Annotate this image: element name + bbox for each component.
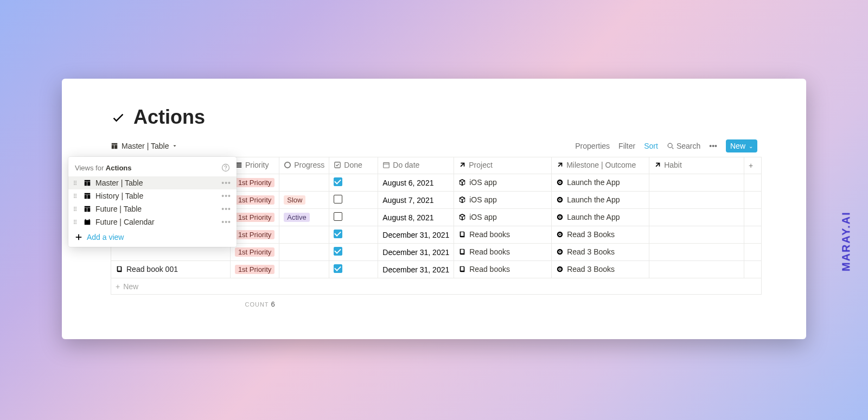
table-icon (84, 192, 91, 200)
project-cell[interactable]: Read books (454, 244, 552, 261)
view-option[interactable]: Master | Table ••• (68, 176, 237, 189)
table-row[interactable]: Read book 0011st PriorityDecember 31, 20… (111, 261, 762, 278)
drag-handle-icon[interactable] (74, 194, 79, 198)
relation-icon (654, 161, 661, 169)
view-more-button[interactable]: ••• (221, 179, 231, 187)
priority-tag: 1st Priority (235, 230, 275, 239)
check-icon (111, 110, 126, 125)
milestone-cell[interactable]: Read 3 Books (552, 244, 649, 261)
project-cell[interactable]: iOS app (454, 174, 552, 192)
chevron-down-icon (172, 143, 177, 149)
priority-tag: 1st Priority (235, 178, 275, 187)
do-date-cell[interactable]: August 6, 2021 (378, 174, 454, 192)
help-icon[interactable] (221, 163, 230, 172)
target-icon (556, 265, 564, 273)
table-icon (84, 179, 91, 187)
search-button[interactable]: Search (667, 142, 700, 150)
relation-icon (458, 161, 466, 169)
book-icon (458, 231, 466, 238)
sort-button[interactable]: Sort (644, 142, 658, 150)
project-cell[interactable]: Read books (454, 226, 552, 244)
milestone-cell[interactable]: Launch the App (552, 209, 649, 226)
view-option[interactable]: History | Table ••• (68, 189, 237, 202)
done-checkbox[interactable] (334, 195, 342, 203)
habit-cell[interactable] (649, 209, 744, 226)
done-checkbox[interactable] (334, 177, 342, 186)
view-option[interactable]: Future | Calendar ••• (68, 215, 237, 228)
view-selector-label: Master | Table (122, 142, 169, 150)
milestone-cell[interactable]: Launch the App (552, 174, 649, 192)
done-checkbox[interactable] (334, 247, 342, 256)
views-dropdown: Views for Actions Master | Table ••• His… (68, 157, 237, 247)
do-date-cell[interactable]: August 8, 2021 (378, 209, 454, 226)
habit-cell[interactable] (649, 244, 744, 261)
view-more-button[interactable]: ••• (221, 192, 231, 200)
add-view-button[interactable]: Add a view (68, 228, 237, 243)
drag-handle-icon[interactable] (74, 220, 79, 224)
plus-icon (75, 233, 82, 241)
watermark: MARAY.AI (840, 211, 853, 271)
view-selector[interactable]: Master | Table (111, 142, 177, 150)
do-date-cell[interactable]: December 31, 2021 (378, 261, 454, 278)
cube-icon (458, 196, 466, 203)
project-cell[interactable]: iOS app (454, 192, 552, 209)
target-icon (556, 196, 564, 203)
search-icon (667, 142, 674, 150)
checkbox-icon (334, 161, 341, 169)
progress-tag: Active (284, 213, 309, 222)
view-option[interactable]: Future | Table ••• (68, 202, 237, 215)
view-more-button[interactable]: ••• (221, 205, 231, 213)
habit-cell[interactable] (649, 174, 744, 192)
done-checkbox[interactable] (334, 230, 342, 238)
book-icon (458, 265, 466, 273)
cube-icon (458, 213, 466, 221)
more-button[interactable]: ••• (709, 142, 717, 150)
do-date-cell[interactable]: December 31, 2021 (378, 226, 454, 244)
app-window: Actions Master | Table Properties Filter… (62, 79, 806, 339)
properties-button[interactable]: Properties (575, 142, 610, 150)
priority-tag: 1st Priority (235, 247, 275, 257)
project-cell[interactable]: Read books (454, 261, 552, 278)
milestone-cell[interactable]: Launch the App (552, 192, 649, 209)
cube-icon (458, 179, 466, 186)
calendar-icon (382, 161, 390, 169)
add-column-button[interactable]: + (744, 157, 761, 174)
target-icon (556, 179, 564, 186)
status-icon (284, 161, 291, 169)
drag-handle-icon[interactable] (74, 181, 79, 185)
calendar-icon (84, 218, 91, 226)
done-checkbox[interactable] (334, 212, 342, 221)
count-value: 6 (271, 300, 275, 308)
relation-icon (556, 161, 564, 169)
habit-cell[interactable] (649, 261, 744, 278)
table-icon (84, 205, 91, 213)
target-icon (556, 213, 564, 221)
priority-tag: 1st Priority (235, 195, 275, 205)
view-more-button[interactable]: ••• (221, 218, 231, 226)
drag-handle-icon[interactable] (74, 207, 79, 211)
table-icon (111, 142, 118, 150)
page-title: Actions (133, 106, 205, 129)
habit-cell[interactable] (649, 226, 744, 244)
target-icon (556, 231, 564, 238)
do-date-cell[interactable]: December 31, 2021 (378, 244, 454, 261)
count-label: COUNT (245, 301, 269, 308)
habit-cell[interactable] (649, 192, 744, 209)
milestone-cell[interactable]: Read 3 Books (552, 226, 649, 244)
priority-tag: 1st Priority (235, 265, 275, 274)
project-cell[interactable]: iOS app (454, 209, 552, 226)
book-icon (458, 248, 466, 256)
milestone-cell[interactable]: Read 3 Books (552, 261, 649, 278)
filter-button[interactable]: Filter (618, 142, 635, 150)
progress-tag: Slow (284, 195, 305, 205)
done-checkbox[interactable] (334, 264, 342, 273)
new-button[interactable]: New ⌄ (726, 139, 757, 152)
book-icon (116, 265, 123, 273)
chevron-down-icon: ⌄ (749, 143, 753, 149)
add-row-button[interactable]: +New (111, 278, 762, 295)
target-icon (556, 248, 564, 256)
do-date-cell[interactable]: August 7, 2021 (378, 192, 454, 209)
priority-tag: 1st Priority (235, 213, 275, 222)
